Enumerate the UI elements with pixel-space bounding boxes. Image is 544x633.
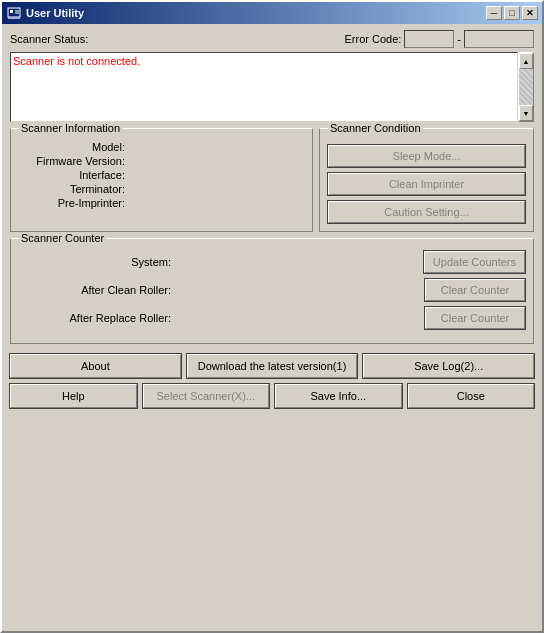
window-icon bbox=[6, 5, 22, 21]
model-label: Model: bbox=[19, 141, 129, 153]
system-counter-row: System: Update Counters bbox=[19, 251, 525, 273]
error-code-dash: - bbox=[457, 33, 461, 45]
help-button[interactable]: Help bbox=[10, 384, 137, 408]
scanner-status-label: Scanner Status: bbox=[10, 33, 88, 45]
download-button[interactable]: Download the latest version(1) bbox=[187, 354, 358, 378]
clear-counter-2-button[interactable]: Clear Counter bbox=[425, 307, 525, 329]
model-row: Model: bbox=[19, 141, 304, 153]
select-scanner-button[interactable]: Select Scanner(X)... bbox=[143, 384, 270, 408]
firmware-row: Firmware Version: bbox=[19, 155, 304, 167]
log-area: Scanner is not connected. bbox=[10, 52, 518, 122]
pre-imprinter-label: Pre-Imprinter: bbox=[19, 197, 129, 209]
minimize-button[interactable]: ─ bbox=[486, 6, 502, 20]
svg-rect-1 bbox=[10, 10, 13, 13]
clear-counter-1-button[interactable]: Clear Counter bbox=[425, 279, 525, 301]
firmware-label: Firmware Version: bbox=[19, 155, 129, 167]
condition-buttons: Sleep Mode... Clean Imprinter Caution Se… bbox=[328, 141, 525, 223]
scanner-counter-group: Scanner Counter System: Update Counters … bbox=[10, 238, 534, 344]
system-label: System: bbox=[19, 256, 179, 268]
close-window-button[interactable]: ✕ bbox=[522, 6, 538, 20]
after-clean-roller-row: After Clean Roller: Clear Counter bbox=[19, 279, 525, 301]
terminator-value bbox=[129, 183, 304, 195]
after-clean-roller-label: After Clean Roller: bbox=[19, 284, 179, 296]
bottom-buttons-row2: Help Select Scanner(X)... Save Info... C… bbox=[10, 380, 534, 410]
interface-label: Interface: bbox=[19, 169, 129, 181]
window-title: User Utility bbox=[26, 7, 486, 19]
sleep-mode-button[interactable]: Sleep Mode... bbox=[328, 145, 525, 167]
log-wrapper: Scanner is not connected. ▲ ▼ bbox=[10, 52, 534, 122]
firmware-value bbox=[129, 155, 304, 167]
clean-imprinter-button[interactable]: Clean Imprinter bbox=[328, 173, 525, 195]
error-code-label: Error Code: bbox=[344, 33, 401, 45]
maximize-button[interactable]: □ bbox=[504, 6, 520, 20]
after-replace-roller-label: After Replace Roller: bbox=[19, 312, 179, 324]
log-scrollbar[interactable]: ▲ ▼ bbox=[518, 52, 534, 122]
svg-rect-4 bbox=[8, 17, 20, 19]
update-counters-button[interactable]: Update Counters bbox=[424, 251, 525, 273]
scanner-counter-label: Scanner Counter bbox=[19, 232, 106, 244]
about-button[interactable]: About bbox=[10, 354, 181, 378]
close-button[interactable]: Close bbox=[408, 384, 535, 408]
interface-row: Interface: bbox=[19, 169, 304, 181]
scanner-condition-group: Scanner Condition Sleep Mode... Clean Im… bbox=[319, 128, 534, 232]
caution-setting-button[interactable]: Caution Setting... bbox=[328, 201, 525, 223]
pre-imprinter-row: Pre-Imprinter: bbox=[19, 197, 304, 209]
error-code-input-2[interactable] bbox=[464, 30, 534, 48]
error-code-group: Error Code: - bbox=[344, 30, 534, 48]
save-info-button[interactable]: Save Info... bbox=[275, 384, 402, 408]
scanner-info-label: Scanner Information bbox=[19, 122, 122, 134]
window-content: Scanner Status: Error Code: - Scanner is… bbox=[2, 24, 542, 416]
model-value bbox=[129, 141, 304, 153]
interface-value bbox=[129, 169, 304, 181]
scanner-info-group: Scanner Information Model: Firmware Vers… bbox=[10, 128, 313, 232]
after-replace-roller-row: After Replace Roller: Clear Counter bbox=[19, 307, 525, 329]
terminator-label: Terminator: bbox=[19, 183, 129, 195]
bottom-buttons-row1: About Download the latest version(1) Sav… bbox=[10, 350, 534, 380]
title-bar-buttons: ─ □ ✕ bbox=[486, 6, 538, 20]
scroll-down-button[interactable]: ▼ bbox=[519, 105, 533, 121]
scroll-up-button[interactable]: ▲ bbox=[519, 53, 533, 69]
title-bar: User Utility ─ □ ✕ bbox=[2, 2, 542, 24]
save-log-button[interactable]: Save Log(2)... bbox=[363, 354, 534, 378]
log-text: Scanner is not connected. bbox=[13, 55, 140, 67]
scanner-condition-label: Scanner Condition bbox=[328, 122, 423, 134]
scroll-track bbox=[519, 69, 533, 105]
scanner-info-table: Model: Firmware Version: Interface: Term… bbox=[19, 141, 304, 209]
main-window: User Utility ─ □ ✕ Scanner Status: Error… bbox=[0, 0, 544, 633]
error-code-input-1[interactable] bbox=[404, 30, 454, 48]
terminator-row: Terminator: bbox=[19, 183, 304, 195]
main-panels: Scanner Information Model: Firmware Vers… bbox=[10, 128, 534, 232]
pre-imprinter-value bbox=[129, 197, 304, 209]
status-row: Scanner Status: Error Code: - bbox=[10, 30, 534, 48]
